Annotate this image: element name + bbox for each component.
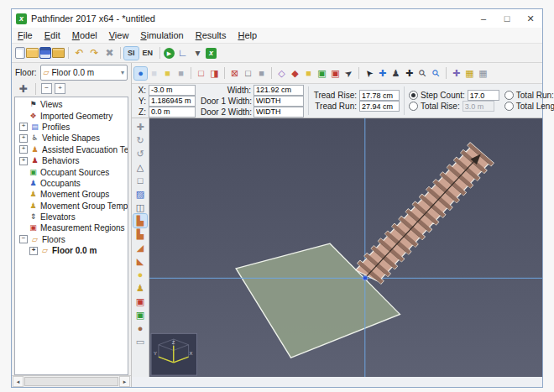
- undo-icon[interactable]: ↶: [72, 46, 86, 60]
- maximize-button[interactable]: □: [495, 9, 519, 28]
- stairs-door-tool-icon[interactable]: ▙: [133, 227, 147, 241]
- menu-simulation[interactable]: Simulation: [134, 29, 189, 41]
- menu-edit[interactable]: Edit: [39, 29, 66, 41]
- tree-item-floor-0-0-m[interactable]: +▱Floor 0.0 m: [18, 245, 128, 256]
- show-exits-icon[interactable]: ▣: [329, 67, 342, 80]
- select-tool-icon[interactable]: ➤: [360, 64, 378, 81]
- scroll-left-arrow[interactable]: ◂: [13, 376, 24, 387]
- tree-item-vehicle-shapes[interactable]: +♿Vehicle Shapes: [18, 133, 128, 144]
- tree-expander[interactable]: +: [19, 134, 28, 143]
- show-all-icon[interactable]: ■: [255, 67, 268, 80]
- polygon-room-icon[interactable]: △: [133, 160, 147, 174]
- open-file-icon[interactable]: [26, 48, 39, 58]
- step-count-field[interactable]: [468, 90, 499, 101]
- add-occupant-icon[interactable]: ♟: [133, 281, 147, 295]
- redo-icon[interactable]: ↷: [87, 46, 102, 60]
- tree-item-floors[interactable]: −▱Floors: [18, 234, 128, 245]
- door1-width-field[interactable]: [253, 96, 304, 107]
- edit-grid-icon[interactable]: ▦: [477, 67, 489, 80]
- collapse-all-button[interactable]: −: [41, 83, 52, 94]
- copy-object-icon[interactable]: ■: [148, 67, 160, 80]
- cursor-options-icon[interactable]: ➤: [340, 65, 358, 82]
- results-dropdown-caret[interactable]: ▾: [191, 46, 205, 60]
- tree-expander[interactable]: +: [29, 247, 38, 255]
- rectangle-room-icon[interactable]: □: [133, 174, 147, 187]
- tree-options-icon[interactable]: ✚: [16, 81, 30, 96]
- en-units-button[interactable]: EN: [139, 47, 157, 60]
- show-occupants-icon[interactable]: ■: [302, 67, 315, 80]
- save-icon[interactable]: [39, 47, 51, 59]
- floor-selector-dropdown[interactable]: ▱ Floor 0.0 m ▾: [40, 65, 128, 81]
- si-units-button[interactable]: SI: [124, 47, 138, 60]
- copy-gray-icon[interactable]: ■: [175, 67, 187, 80]
- tree-expander[interactable]: +: [19, 123, 28, 131]
- measure-tool-icon[interactable]: ▭: [133, 335, 147, 348]
- tread-rise-field[interactable]: [359, 90, 400, 101]
- select-move-icon[interactable]: ✚: [133, 120, 147, 133]
- new-file-icon[interactable]: [15, 47, 25, 59]
- copy-yellow-icon[interactable]: ■: [161, 67, 174, 80]
- occupant-source-icon[interactable]: ▣: [133, 308, 147, 321]
- tree-item-movement-group-templates[interactable]: ♟Movement Group Templates: [18, 201, 128, 212]
- solid-cube-icon[interactable]: ◨: [208, 67, 221, 80]
- total-length-radio[interactable]: [504, 102, 514, 111]
- elevator-tool-icon[interactable]: ●: [133, 268, 147, 281]
- obstruction-icon[interactable]: ●: [133, 321, 147, 335]
- orbit-view-icon[interactable]: ↺: [133, 147, 147, 160]
- tread-run-field[interactable]: [359, 101, 400, 112]
- x-field[interactable]: [149, 85, 196, 96]
- run-simulation-icon[interactable]: ▶: [164, 48, 175, 59]
- expand-all-button[interactable]: +: [55, 83, 65, 94]
- pathfinder-results-icon[interactable]: x: [206, 48, 217, 59]
- tree-item-imported-geometry[interactable]: ❖Imported Geometry: [18, 110, 128, 121]
- total-rise-radio[interactable]: [409, 102, 418, 111]
- escalator-tool-icon[interactable]: ◣: [133, 254, 147, 268]
- total-run-radio[interactable]: [504, 91, 514, 100]
- tree-item-measurement-regions[interactable]: ▣Measurement Regions: [18, 222, 128, 233]
- door2-width-field[interactable]: [253, 107, 304, 118]
- move-tool-icon[interactable]: ✚: [376, 67, 389, 80]
- show-sources-icon[interactable]: ▣: [316, 67, 328, 80]
- rotate-view-icon[interactable]: ↻: [133, 133, 147, 147]
- menu-results[interactable]: Results: [190, 29, 233, 41]
- menu-view[interactable]: View: [103, 29, 135, 41]
- reset-view-icon[interactable]: ✚: [450, 67, 463, 80]
- tree-horizontal-scrollbar[interactable]: ◂ ▸: [12, 375, 131, 387]
- tree-expander[interactable]: +: [19, 157, 28, 165]
- z-field[interactable]: [149, 107, 196, 118]
- tree-item-elevators[interactable]: ⇕Elevators: [18, 212, 128, 222]
- roam-tool-icon[interactable]: ♟: [389, 67, 402, 80]
- delete-icon[interactable]: ✖: [102, 46, 117, 60]
- tree-expander[interactable]: −: [19, 235, 28, 243]
- tree-item-behaviors[interactable]: +♟Behaviors: [18, 155, 128, 166]
- minimize-button[interactable]: –: [472, 9, 495, 28]
- total-rise-field[interactable]: [463, 101, 494, 112]
- menu-model[interactable]: Model: [66, 29, 103, 41]
- width-field[interactable]: [253, 85, 304, 96]
- tree-item-profiles[interactable]: +▤Profiles: [18, 122, 128, 133]
- save-as-icon[interactable]: [52, 48, 65, 58]
- scroll-right-arrow[interactable]: ▸: [119, 376, 130, 387]
- floor-tool-icon[interactable]: ▨: [133, 187, 147, 201]
- snap-to-objects-icon[interactable]: ●: [134, 67, 147, 80]
- 3d-viewport[interactable]: XYZ: [149, 118, 542, 377]
- hide-object-icon[interactable]: ⊠: [228, 67, 241, 80]
- tree-item-occupant-sources[interactable]: ▣Occupant Sources: [18, 166, 128, 177]
- stairs-tool-icon[interactable]: ▙: [133, 214, 147, 227]
- scene-canvas[interactable]: XYZ: [149, 118, 542, 377]
- show-object-icon[interactable]: □: [242, 67, 254, 80]
- tree-item-assisted-evacuation-teams[interactable]: +♟Assisted Evacuation Teams: [18, 144, 128, 155]
- ramp-tool-icon[interactable]: ◢: [133, 241, 147, 254]
- tree-item-occupants[interactable]: ♟Occupants: [18, 178, 128, 189]
- wall-tool-icon[interactable]: ◫: [133, 201, 147, 214]
- tree-expander[interactable]: +: [19, 145, 28, 154]
- zoom-box-tool-icon[interactable]: ⚲: [427, 64, 445, 81]
- close-button[interactable]: ✕: [519, 9, 542, 28]
- scrollbar-thumb[interactable]: [24, 377, 118, 386]
- tree-item-views[interactable]: ⚑Views: [18, 99, 128, 110]
- y-field[interactable]: [149, 96, 196, 107]
- menu-file[interactable]: File: [12, 29, 39, 41]
- grid-snap-icon[interactable]: ▦: [463, 67, 476, 80]
- stairs-object[interactable]: [353, 143, 494, 289]
- menu-help[interactable]: Help: [232, 29, 263, 41]
